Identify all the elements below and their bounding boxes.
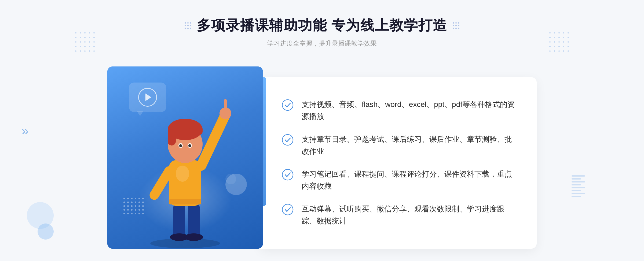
svg-point-20 <box>176 166 189 182</box>
feature-item-2: 支持章节目录、弹题考试、课后练习、课后作业、章节测验、批改作业 <box>282 128 515 163</box>
svg-rect-19 <box>169 199 201 204</box>
svg-rect-2 <box>188 203 200 238</box>
feature-item-4: 互动弹幕、试听购买、微信分享、观看次数限制、学习进度跟踪、数据统计 <box>282 198 515 233</box>
svg-point-17 <box>219 107 231 119</box>
section-header: 多项录播课辅助功能 专为线上教学打造 学习进度全掌握，提升录播课教学效果 <box>185 16 459 48</box>
decoration-dots-left <box>185 22 191 29</box>
decorative-circle-small <box>38 223 54 240</box>
stripe-decoration <box>572 175 585 207</box>
feature-text-1: 支持视频、音频、flash、word、excel、ppt、pdf等各种格式的资源… <box>302 99 515 123</box>
feature-text-3: 学习笔记回看、课程提问、课程评论打分、课件资料下载，重点内容收藏 <box>302 168 515 192</box>
title-decoration-row: 多项录播课辅助功能 专为线上教学打造 <box>185 16 459 35</box>
page-title: 多项录播课辅助功能 专为线上教学打造 <box>197 16 447 35</box>
feature-text-4: 互动弹幕、试听购买、微信分享、观看次数限制、学习进度跟踪、数据统计 <box>302 203 515 227</box>
svg-rect-12 <box>189 127 203 135</box>
feature-text-2: 支持章节目录、弹题考试、课后练习、课后作业、章节测验、批改作业 <box>302 133 515 158</box>
person-illustration <box>129 88 241 249</box>
feature-item-3: 学习笔记回看、课程提问、课程评论打分、课件资料下载，重点内容收藏 <box>282 163 515 198</box>
svg-rect-11 <box>168 129 176 146</box>
svg-point-22 <box>282 135 293 145</box>
illustration-card <box>107 66 263 249</box>
feature-item-1: 支持视频、音频、flash、word、excel、ppt、pdf等各种格式的资源… <box>282 93 515 128</box>
check-icon-2 <box>282 134 294 146</box>
page-subtitle: 学习进度全掌握，提升录播课教学效果 <box>185 39 459 48</box>
svg-rect-1 <box>173 203 185 238</box>
check-icon-3 <box>282 169 294 181</box>
features-card: 支持视频、音频、flash、word、excel、ppt、pdf等各种格式的资源… <box>260 77 537 249</box>
check-icon-4 <box>282 204 294 215</box>
svg-point-24 <box>282 204 293 215</box>
left-chevron-icon: » <box>21 123 29 138</box>
bg-dot-grid-right <box>549 32 569 55</box>
decoration-dots-right <box>453 22 459 29</box>
check-icon-1 <box>282 99 294 111</box>
svg-line-7 <box>154 171 169 195</box>
page-wrapper: » 多项录播课辅助功能 专为线上教学打造 学习进 <box>0 0 644 261</box>
svg-line-6 <box>201 115 225 166</box>
bg-dot-grid-left <box>75 32 95 55</box>
accent-bar <box>263 77 266 206</box>
svg-point-16 <box>188 144 191 147</box>
svg-point-15 <box>179 144 182 147</box>
main-content-area: 支持视频、音频、flash、word、excel、ppt、pdf等各种格式的资源… <box>107 61 537 249</box>
svg-point-23 <box>282 169 293 180</box>
svg-point-4 <box>184 233 203 241</box>
svg-point-21 <box>282 100 293 110</box>
